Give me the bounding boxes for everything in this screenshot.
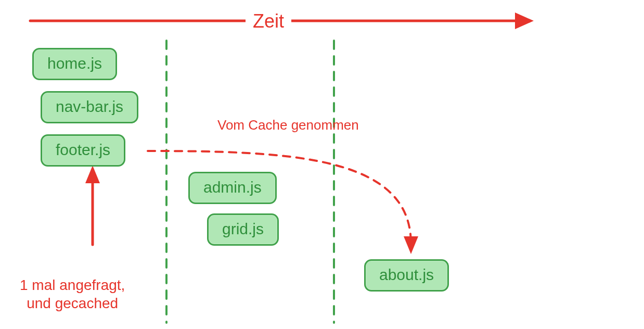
- file-box-grid: grid.js: [207, 213, 279, 246]
- svg-marker-6: [404, 236, 418, 254]
- file-box-admin: admin.js: [188, 172, 277, 204]
- file-box-about: about.js: [364, 259, 449, 292]
- file-box-navbar: nav-bar.js: [41, 91, 138, 123]
- cache-label: Vom Cache genommen: [217, 117, 359, 134]
- svg-marker-1: [515, 12, 534, 29]
- file-box-home: home.js: [32, 48, 117, 80]
- column1-caption: 1 mal angefragt, und gecached: [20, 276, 125, 312]
- file-box-footer: footer.js: [41, 134, 125, 167]
- timeline-label: Zeit: [246, 9, 291, 33]
- svg-marker-5: [85, 166, 100, 183]
